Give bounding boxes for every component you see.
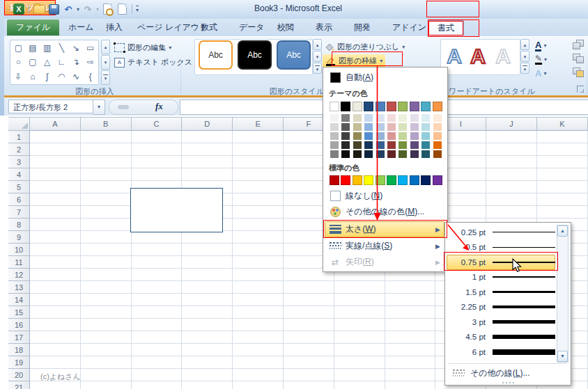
text-effects-button[interactable]: A▾ (535, 68, 546, 79)
scribble-shape-icon[interactable]: ʃ (46, 72, 48, 81)
tab-file[interactable]: ファイル (7, 19, 59, 35)
row-header-8[interactable]: 8 (8, 219, 30, 231)
color-swatch[interactable] (398, 122, 408, 132)
row-header-14[interactable]: 14 (8, 294, 30, 306)
color-swatch[interactable] (330, 141, 339, 150)
row-header-3[interactable]: 3 (8, 156, 30, 168)
row-header-2[interactable]: 2 (8, 143, 30, 156)
weight-option-1.5pt[interactable]: 1.5 pt (447, 285, 555, 300)
undo-icon[interactable]: ↶ (62, 3, 75, 15)
curve-shape-icon[interactable]: ∿ (72, 72, 79, 81)
tab-review[interactable]: 校閲 (268, 20, 303, 35)
color-swatch[interactable] (330, 113, 339, 122)
shape-fill-button[interactable]: 図形の塗りつぶし ▾ (324, 40, 405, 54)
color-swatch[interactable] (330, 150, 339, 159)
rectangle-shape-icon[interactable]: ▭ (86, 44, 94, 52)
menu-item-automatic[interactable]: 自動(A) (325, 70, 444, 86)
menu-item-dashes[interactable]: 実線/点線(S) ▶ (325, 238, 444, 254)
text-outline-button[interactable]: ✎▾ (535, 54, 547, 65)
tab-formulas[interactable]: 数式 (192, 20, 226, 35)
brace-shape-icon[interactable]: { (89, 72, 92, 81)
rounded-rectangle-shape-icon[interactable]: ▢ (15, 44, 22, 52)
text-fill-button[interactable]: A▾ (535, 40, 546, 51)
wordart-more-icon[interactable]: ▾ (520, 63, 529, 74)
color-swatch[interactable] (330, 102, 339, 111)
weight-option-3pt[interactable]: 3 pt (447, 315, 555, 330)
weight-option-1pt[interactable]: 1 pt (447, 270, 555, 285)
color-swatch[interactable] (364, 113, 373, 122)
elbow-connector-shape-icon[interactable]: ∟ (57, 58, 65, 66)
row-header-20[interactable]: 20 (8, 369, 30, 381)
color-swatch[interactable] (398, 150, 408, 159)
tab-data[interactable]: データ (230, 20, 274, 35)
column-header-K[interactable]: K (537, 117, 588, 131)
color-swatch[interactable] (387, 113, 396, 122)
wordart-scroll-up-icon[interactable]: ▴ (520, 39, 529, 50)
row-header-19[interactable]: 19 (8, 356, 30, 369)
new-document-icon[interactable] (116, 3, 128, 15)
color-swatch[interactable] (387, 102, 396, 111)
down-arrow-shape-icon[interactable]: ⇩ (15, 72, 22, 81)
text-box-shape-icon[interactable]: ▤ (29, 44, 36, 52)
color-swatch[interactable] (376, 175, 385, 185)
row-header-6[interactable]: 6 (8, 193, 30, 206)
selection-pane-icon[interactable] (573, 68, 584, 77)
color-swatch[interactable] (421, 102, 431, 111)
tab-insert[interactable]: 挿入 (97, 20, 132, 35)
scroll-up-icon[interactable]: ▲ (557, 225, 568, 237)
print-preview-icon[interactable] (101, 3, 114, 15)
save-icon[interactable] (47, 3, 60, 15)
weight-option-0.25pt[interactable]: 0.25 pt (447, 225, 555, 240)
weight-option-0.5pt[interactable]: 0.5 pt (447, 240, 555, 255)
menu-item-more-colors[interactable]: その他の線の色(M)... (325, 204, 444, 220)
weight-option-0.75pt[interactable]: 0.75 pt (447, 255, 555, 270)
name-box[interactable]: 正方形/長方形 2 (8, 100, 93, 113)
shape-style-preview-2[interactable]: Abc (238, 40, 272, 70)
drawn-rectangle-shape[interactable] (130, 188, 223, 232)
oval-shape-icon[interactable]: ○ (16, 58, 21, 66)
rounded-rect-shape-icon[interactable]: ▢ (29, 58, 36, 66)
color-swatch[interactable] (410, 150, 419, 159)
color-swatch[interactable] (341, 132, 350, 141)
color-swatch[interactable] (330, 175, 339, 185)
triangle-shape-icon[interactable]: △ (44, 58, 50, 66)
row-header-13[interactable]: 13 (8, 281, 30, 294)
color-swatch[interactable] (330, 132, 339, 141)
color-swatch[interactable] (433, 122, 442, 132)
shape-gallery[interactable]: ▢▤▥╲↘▭○▢△∟↴⇨⇩⌂ʃ◠∿{ (10, 40, 99, 85)
color-swatch[interactable] (421, 141, 431, 150)
row-header-12[interactable]: 12 (8, 269, 30, 281)
color-swatch[interactable] (330, 122, 339, 132)
column-header-J[interactable]: J (486, 117, 537, 131)
excel-logo-icon[interactable]: X (13, 3, 25, 15)
color-swatch[interactable] (341, 113, 350, 122)
color-swatch[interactable] (410, 113, 419, 122)
gallery-scroll-up-icon[interactable]: ▴ (101, 40, 110, 54)
scroll-down-icon[interactable]: ▼ (557, 351, 568, 362)
color-swatch[interactable] (376, 141, 385, 150)
row-header-16[interactable]: 16 (8, 319, 30, 331)
color-swatch[interactable] (387, 175, 396, 185)
color-swatch[interactable] (421, 132, 431, 141)
row-header-1[interactable]: 1 (8, 131, 30, 143)
color-swatch[interactable] (353, 141, 362, 150)
row-header-18[interactable]: 18 (8, 344, 30, 356)
send-backward-icon[interactable] (573, 54, 584, 63)
color-swatch[interactable] (398, 132, 408, 141)
column-header-B[interactable]: B (81, 117, 132, 131)
color-swatch[interactable] (364, 102, 373, 111)
row-header-11[interactable]: 11 (8, 256, 30, 269)
row-header-7[interactable]: 7 (8, 206, 30, 219)
text-box-button[interactable]: A テキスト ボックス ▾ (114, 56, 198, 69)
color-swatch[interactable] (353, 132, 362, 141)
color-swatch[interactable] (387, 150, 396, 159)
tab-developer[interactable]: 開発 (345, 20, 380, 35)
color-swatch[interactable] (410, 102, 419, 111)
customize-qat-icon[interactable]: ▾ (136, 6, 139, 13)
arc-shape-icon[interactable]: ◠ (58, 72, 65, 81)
color-swatch[interactable] (353, 150, 362, 159)
wordart-style-preview-1[interactable]: A (443, 41, 465, 69)
styles-scroll-down-icon[interactable]: ▾ (313, 51, 322, 62)
elbow-arrow-shape-icon[interactable]: ↴ (72, 58, 79, 66)
color-swatch[interactable] (376, 132, 385, 141)
